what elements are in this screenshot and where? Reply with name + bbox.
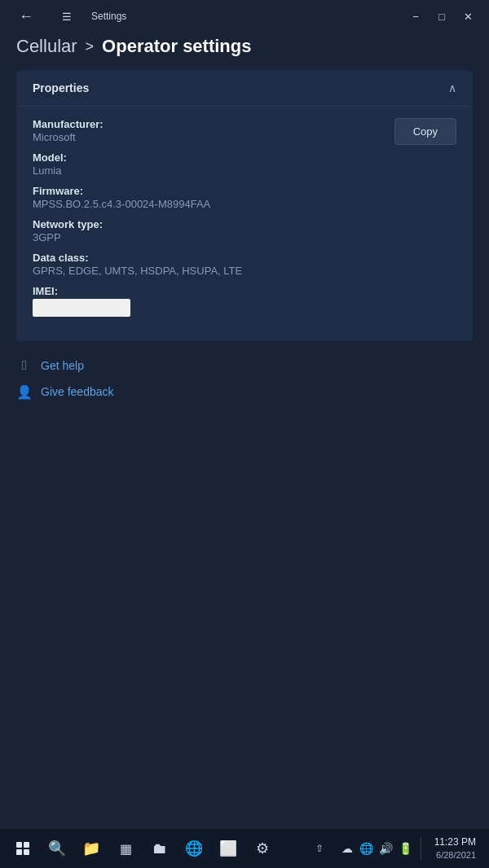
manufacturer-row: Manufacturer: Microsoft (33, 118, 385, 143)
windows-icon (16, 842, 29, 855)
card-title: Properties (33, 81, 89, 94)
title-bar-left: ← ☰ Settings (10, 0, 126, 33)
folder-icon: 🖿 (152, 840, 167, 857)
clock-time: 11:23 PM (434, 835, 476, 849)
store-button[interactable]: ⬜ (212, 832, 244, 865)
model-value: Lumia (33, 164, 385, 177)
taskbar-right: ⇧ ☁ 🌐 🔊 🔋 11:23 PM 6/28/2021 (303, 832, 482, 865)
search-button[interactable]: 🔍 (41, 832, 73, 865)
settings-taskbar-button[interactable]: ⚙ (246, 832, 279, 865)
cloud-icon: ☁ (339, 840, 355, 857)
help-section:  Get help 👤 Give feedback (16, 357, 473, 400)
chevron-up-icon: ∧ (448, 81, 456, 94)
taskbar: 🔍 📁 ▦ 🖿 🌐 ⬜ ⚙ ⇧ ☁ 🌐 🔊 🔋 (0, 829, 489, 868)
globe-icon: 🌐 (359, 840, 375, 857)
hamburger-icon: ☰ (62, 11, 72, 23)
taskview-icon: ▦ (120, 841, 132, 857)
firmware-row: Firmware: MPSS.BO.2.5.c4.3-00024-M8994FA… (33, 185, 385, 210)
back-icon: ← (19, 8, 33, 25)
volume-icon: 🔊 (378, 840, 394, 857)
maximize-icon: □ (438, 11, 445, 23)
network-value: 3GPP (33, 231, 385, 243)
search-icon: 🔍 (48, 840, 66, 857)
chevron-up-tray-icon: ⇧ (315, 843, 324, 854)
close-button[interactable]: ✕ (456, 5, 479, 28)
close-icon: ✕ (464, 11, 473, 23)
window-controls: − □ ✕ (404, 5, 479, 28)
edge-button[interactable]: 🌐 (178, 832, 210, 865)
properties-card: Properties ∧ Manufacturer: Microsoft Mod… (16, 70, 473, 341)
maximize-button[interactable]: □ (430, 5, 453, 28)
imei-value-box (33, 299, 130, 317)
data-class-value: GPRS, EDGE, UMTS, HSDPA, HSUPA, LTE (33, 265, 385, 277)
window-title: Settings (91, 11, 126, 22)
system-tray: ⇧ ☁ 🌐 🔊 🔋 (303, 832, 414, 865)
firmware-value: MPSS.BO.2.5.c4.3-00024-M8994FAA (33, 198, 385, 210)
minimize-button[interactable]: − (404, 5, 427, 28)
network-label: Network type: (33, 218, 385, 230)
tray-overflow-button[interactable]: ⇧ (303, 832, 336, 865)
clock-date: 6/28/2021 (434, 849, 476, 861)
minimize-icon: − (412, 11, 419, 23)
card-body: Manufacturer: Microsoft Model: Lumia Fir… (16, 107, 473, 341)
cellular-breadcrumb[interactable]: Cellular (16, 36, 77, 57)
model-row: Model: Lumia (33, 151, 385, 177)
file-explorer-button[interactable]: 📁 (75, 832, 108, 865)
give-feedback-icon: 👤 (16, 384, 33, 400)
file-explorer-icon: 📁 (82, 840, 100, 857)
breadcrumb-arrow: > (86, 38, 95, 55)
tray-divider (421, 837, 421, 860)
imei-row: IMEI: (33, 285, 385, 317)
get-help-icon:  (16, 357, 33, 374)
get-help-link[interactable]:  Get help (16, 357, 473, 374)
taskbar-left: 🔍 📁 ▦ 🖿 🌐 ⬜ ⚙ (7, 832, 279, 865)
edge-icon: 🌐 (185, 840, 203, 857)
back-button[interactable]: ← (10, 0, 42, 33)
hamburger-button[interactable]: ☰ (51, 0, 83, 33)
get-help-label: Get help (41, 359, 84, 372)
properties-list: Manufacturer: Microsoft Model: Lumia Fir… (33, 118, 385, 325)
data-class-label: Data class: (33, 252, 385, 264)
card-header[interactable]: Properties ∧ (16, 70, 473, 107)
data-class-row: Data class: GPRS, EDGE, UMTS, HSDPA, HSU… (33, 252, 385, 277)
battery-icon: 🔋 (398, 840, 414, 857)
give-feedback-label: Give feedback (41, 385, 114, 398)
manufacturer-value: Microsoft (33, 131, 385, 143)
copy-button[interactable]: Copy (394, 118, 456, 145)
taskview-button[interactable]: ▦ (109, 832, 142, 865)
page-header: Cellular > Operator settings (0, 29, 489, 70)
give-feedback-link[interactable]: 👤 Give feedback (16, 384, 473, 400)
imei-label: IMEI: (33, 285, 385, 297)
start-button[interactable] (7, 832, 39, 865)
firmware-label: Firmware: (33, 185, 385, 197)
settings-icon: ⚙ (256, 840, 269, 857)
manufacturer-label: Manufacturer: (33, 118, 385, 130)
page-title: Operator settings (102, 36, 251, 57)
store-icon: ⬜ (219, 840, 237, 857)
folder-button[interactable]: 🖿 (143, 832, 176, 865)
clock[interactable]: 11:23 PM 6/28/2021 (428, 834, 482, 863)
model-label: Model: (33, 151, 385, 164)
network-row: Network type: 3GPP (33, 218, 385, 243)
title-bar: ← ☰ Settings − □ ✕ (0, 0, 489, 29)
